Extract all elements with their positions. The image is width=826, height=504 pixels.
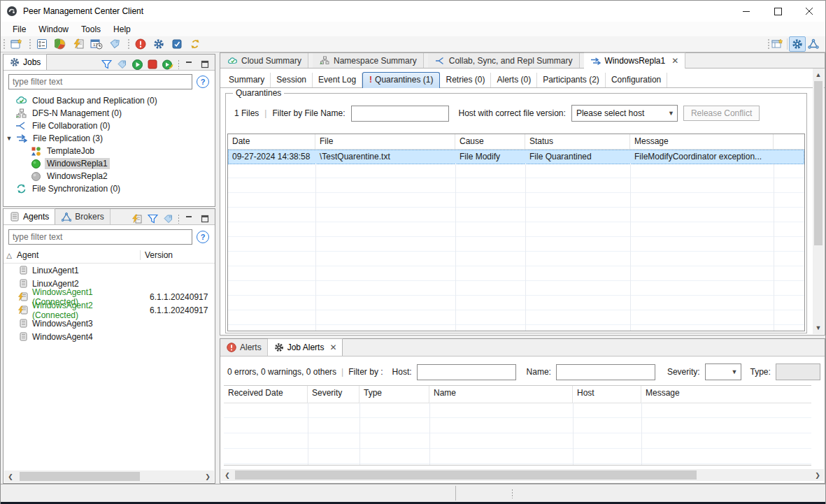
close-tab-icon[interactable]: ✕ [671, 56, 678, 66]
col-type[interactable]: Type [359, 386, 429, 403]
col-status[interactable]: Status [525, 134, 630, 149]
col-file[interactable]: File [315, 134, 455, 149]
agent-row[interactable]: WindowsAgent2 (Connected) 6.1.1.20240917 [3, 303, 215, 317]
subtab-quarantines[interactable]: ! Quarantines (1) [362, 72, 440, 88]
col-severity[interactable]: Severity [308, 386, 359, 403]
minimize-view-icon[interactable] [184, 213, 195, 224]
sort-ascending-icon[interactable]: △ [3, 252, 15, 259]
subtab-alerts[interactable]: Alerts (0) [491, 73, 537, 87]
agent-row[interactable]: LinuxAgent1 [3, 264, 215, 277]
stop-job-icon[interactable] [147, 59, 158, 70]
menu-file[interactable]: File [6, 23, 32, 36]
tab-job-alerts[interactable]: Job Alerts ✕ [268, 338, 343, 356]
tags-icon[interactable] [162, 213, 173, 224]
maximize-button[interactable] [762, 1, 794, 22]
host-filter-input[interactable] [417, 364, 516, 380]
tags-icon[interactable] [107, 37, 122, 51]
subtab-event-log[interactable]: Event Log [313, 73, 362, 87]
help-icon[interactable]: ? [197, 231, 209, 243]
schedule-icon[interactable]: 17 [89, 37, 104, 51]
col-name[interactable]: Name [429, 386, 573, 403]
view-menu-icon[interactable] [178, 59, 180, 69]
help-icon[interactable]: ? [197, 75, 209, 88]
perspective-network-icon[interactable] [806, 37, 821, 51]
maximize-view-icon[interactable] [199, 59, 211, 70]
jobs-tree-item[interactable]: WindowsRepla2 [3, 170, 215, 182]
tags-icon[interactable] [116, 59, 127, 70]
severity-select[interactable]: ▼ [705, 363, 741, 380]
editor-vscrollbar[interactable]: ▲ ▼ [813, 69, 824, 334]
jobs-tree-item[interactable]: File Collaboration (0) [3, 120, 215, 132]
close-tab-icon[interactable]: ✕ [329, 343, 336, 352]
perspective-jobs-gear-icon[interactable] [789, 36, 806, 52]
subtab-summary[interactable]: Summary [223, 73, 271, 87]
job-list-icon[interactable] [34, 37, 50, 51]
subtab-participants[interactable]: Participants (2) [537, 73, 606, 87]
scroll-thumb[interactable] [235, 470, 697, 480]
subtab-session[interactable]: Session [271, 73, 313, 87]
agents-hscrollbar[interactable]: ❮ ❯ [4, 470, 214, 482]
jobs-tree-item[interactable]: DFS-N Management (0) [3, 107, 215, 120]
scroll-right-icon[interactable]: ❯ [813, 469, 823, 481]
filter-icon[interactable] [147, 213, 158, 224]
refresh-icon[interactable] [187, 37, 203, 51]
release-conflict-button[interactable]: Release Conflict [683, 106, 760, 121]
menu-tools[interactable]: Tools [75, 23, 107, 36]
scroll-thumb[interactable] [20, 472, 140, 481]
open-perspective-icon[interactable] [770, 37, 785, 51]
tab-agents[interactable]: Agents [3, 208, 55, 224]
jobs-filter-input[interactable] [8, 74, 192, 89]
agent-row[interactable]: WindowsAgent3 [3, 317, 215, 330]
col-host[interactable]: Host [573, 386, 641, 403]
maximize-view-icon[interactable] [199, 213, 211, 224]
subtab-configuration[interactable]: Configuration [606, 73, 667, 87]
power-actions-icon[interactable] [131, 213, 143, 224]
jobs-tree-item[interactable]: File Synchronization (0) [3, 182, 215, 195]
tasks-icon[interactable] [169, 37, 185, 51]
close-button[interactable] [794, 1, 825, 22]
job-alerts-gear-icon[interactable] [151, 37, 166, 51]
host-select[interactable]: Please select host ▼ [571, 105, 678, 122]
restart-job-icon[interactable] [162, 59, 173, 70]
job-alerts-hscrollbar[interactable]: ❮ ❯ [221, 469, 824, 481]
tab-collab-sync-repl-summary[interactable]: Collab, Sync, and Repl Summary [428, 53, 580, 68]
agents-filter-input[interactable] [8, 229, 192, 245]
col-received-date[interactable]: Received Date [224, 386, 308, 403]
filter-icon[interactable] [101, 59, 112, 70]
scroll-left-icon[interactable]: ❮ [6, 470, 15, 482]
name-filter-input[interactable] [556, 364, 655, 380]
scroll-thumb[interactable] [814, 81, 823, 245]
type-select[interactable] [776, 363, 820, 380]
agent-row[interactable]: WindowsAgent4 [3, 330, 215, 343]
scroll-up-icon[interactable]: ▲ [813, 70, 824, 80]
jobs-tree-item[interactable]: Cloud Backup and Replication (0) [3, 94, 215, 107]
scroll-right-icon[interactable]: ❯ [203, 470, 213, 482]
minimize-button[interactable] [731, 1, 762, 22]
scroll-left-icon[interactable]: ❮ [222, 469, 232, 481]
start-job-icon[interactable] [131, 59, 143, 70]
jobs-tree-item[interactable]: TemplateJob [3, 145, 215, 157]
tab-cloud-summary[interactable]: Cloud Summary [220, 53, 308, 68]
scroll-down-icon[interactable]: ▼ [813, 323, 824, 333]
tab-brokers[interactable]: Brokers [55, 209, 110, 224]
col-message[interactable]: Message [641, 386, 811, 403]
alerts-icon[interactable] [133, 37, 148, 51]
col-cause[interactable]: Cause [455, 134, 525, 149]
agents-col-agent[interactable]: Agent [15, 250, 140, 260]
tab-jobs[interactable]: Jobs [3, 54, 47, 70]
menu-help[interactable]: Help [107, 23, 137, 36]
quarantine-row-selected[interactable]: 09-27-2024 14:38:58 \TestQuarentine.txt … [228, 150, 804, 164]
jobs-tree-item[interactable]: ▼ File Replication (3) [3, 132, 215, 145]
view-menu-icon[interactable] [178, 214, 180, 224]
tab-namespace-summary[interactable]: Namespace Summary [313, 53, 424, 68]
expander-chevron-icon[interactable]: ▼ [6, 135, 13, 142]
minimize-view-icon[interactable] [184, 59, 195, 70]
power-actions-icon[interactable] [71, 37, 86, 51]
tab-alerts[interactable]: Alerts [220, 339, 268, 356]
jobs-tree-item-selected[interactable]: WindowsRepla1 [3, 157, 215, 170]
dashboard-pie-icon[interactable] [52, 37, 68, 51]
agents-col-version[interactable]: Version [140, 250, 173, 260]
col-date[interactable]: Date [228, 134, 315, 149]
menu-window[interactable]: Window [32, 23, 75, 36]
file-name-filter-input[interactable] [351, 106, 449, 122]
